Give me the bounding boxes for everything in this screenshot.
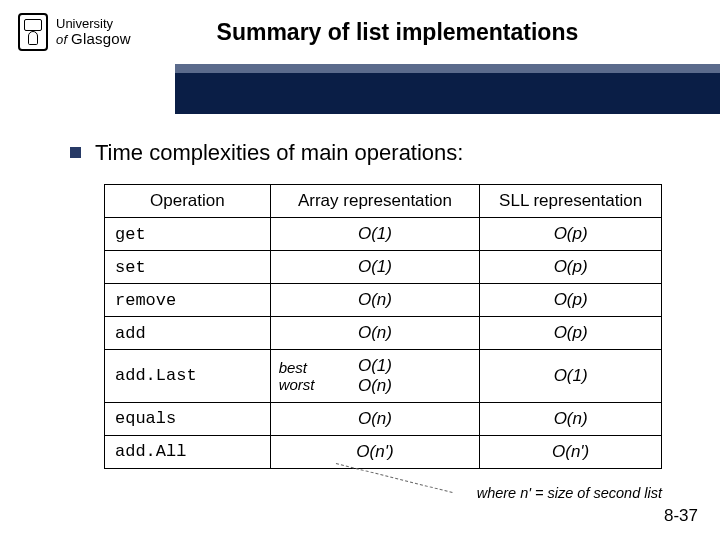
- cell-arr: O(1): [270, 251, 480, 284]
- table-row: add O(n) O(p): [105, 317, 662, 350]
- cell-arr: O(n): [270, 317, 480, 350]
- cell-arr: O(n): [270, 284, 480, 317]
- logo-line1: University: [56, 17, 131, 31]
- bullet-item: Time complexities of main operations:: [70, 140, 670, 166]
- table-row: equals O(n) O(n): [105, 402, 662, 435]
- page-number: 8-37: [664, 506, 698, 526]
- cell-op: remove: [105, 284, 271, 317]
- cell-op: equals: [105, 402, 271, 435]
- slide-title: Summary of list implementations: [131, 19, 704, 46]
- table-row: add.Last best worst O(1) O(n) O(1): [105, 350, 662, 403]
- cell-sll: O(n'): [480, 435, 662, 468]
- logo-text: University of Glasgow: [56, 17, 131, 46]
- table-row: remove O(n) O(p): [105, 284, 662, 317]
- cell-arr: O(n): [270, 402, 480, 435]
- table-row: add.All O(n') O(n'): [105, 435, 662, 468]
- bullet-square-icon: [70, 147, 81, 158]
- complexity-table: Operation Array representation SLL repre…: [104, 184, 662, 469]
- bullet-text: Time complexities of main operations:: [95, 140, 463, 166]
- logo-line2: of Glasgow: [56, 31, 131, 47]
- cell-op: add: [105, 317, 271, 350]
- cell-op: set: [105, 251, 271, 284]
- header-operation: Operation: [105, 185, 271, 218]
- header-sll: SLL representation: [480, 185, 662, 218]
- table-header-row: Operation Array representation SLL repre…: [105, 185, 662, 218]
- cell-sll: O(p): [480, 251, 662, 284]
- cell-arr-bestworst: best worst O(1) O(n): [270, 350, 480, 403]
- cell-sll: O(1): [480, 350, 662, 403]
- slide-header: University of Glasgow Summary of list im…: [0, 0, 720, 64]
- table-row: set O(1) O(p): [105, 251, 662, 284]
- cell-op: get: [105, 218, 271, 251]
- footnote-wrap: where n' = size of second list: [104, 477, 662, 507]
- slide-body: Time complexities of main operations: Op…: [0, 114, 720, 507]
- cell-sll: O(p): [480, 218, 662, 251]
- table-row: get O(1) O(p): [105, 218, 662, 251]
- slide: University of Glasgow Summary of list im…: [0, 0, 720, 540]
- cell-sll: O(p): [480, 317, 662, 350]
- best-worst-label: best worst: [279, 359, 315, 394]
- header-array: Array representation: [270, 185, 480, 218]
- title-band: [0, 64, 720, 114]
- best-worst-values: O(1) O(n): [358, 356, 392, 395]
- cell-op: add.All: [105, 435, 271, 468]
- cell-op: add.Last: [105, 350, 271, 403]
- logo-crest-icon: [18, 13, 48, 51]
- cell-sll: O(p): [480, 284, 662, 317]
- university-logo: University of Glasgow: [18, 13, 131, 51]
- complexity-table-wrap: Operation Array representation SLL repre…: [104, 184, 662, 469]
- footnote-text: where n' = size of second list: [477, 485, 662, 501]
- cell-arr: O(n'): [270, 435, 480, 468]
- cell-sll: O(n): [480, 402, 662, 435]
- band-cutout: [0, 64, 175, 123]
- cell-arr: O(1): [270, 218, 480, 251]
